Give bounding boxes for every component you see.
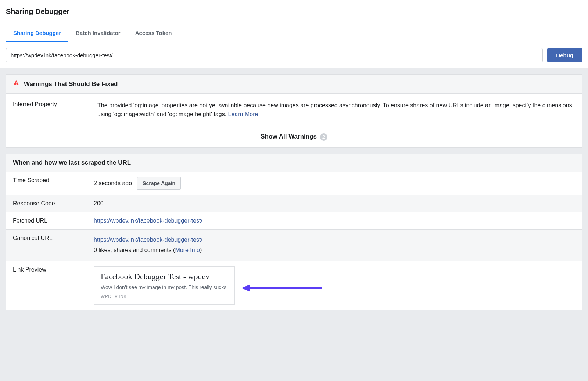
canonical-url-link[interactable]: https://wpdev.ink/facebook-debugger-test… bbox=[94, 237, 202, 243]
preview-domain: WPDEV.INK bbox=[101, 294, 228, 299]
debug-button[interactable]: Debug bbox=[547, 48, 582, 62]
show-all-label: Show All Warnings bbox=[261, 133, 317, 140]
warnings-header: Warnings That Should Be Fixed bbox=[24, 80, 118, 88]
url-input[interactable] bbox=[6, 48, 543, 62]
time-scraped-value: 2 seconds ago bbox=[94, 180, 132, 187]
canonical-url-label: Canonical URL bbox=[6, 230, 87, 261]
canonical-stats-prefix: 0 likes, shares and comments ( bbox=[94, 247, 175, 253]
svg-rect-1 bbox=[16, 84, 17, 85]
scrape-card: When and how we last scraped the URL Tim… bbox=[6, 154, 582, 310]
warning-icon bbox=[13, 80, 19, 88]
warning-body-text: The provided 'og:image' properties are n… bbox=[97, 102, 572, 117]
scrape-again-button[interactable]: Scrape Again bbox=[137, 177, 181, 190]
tab-access-token[interactable]: Access Token bbox=[128, 25, 179, 42]
warnings-card: Warnings That Should Be Fixed Inferred P… bbox=[6, 74, 582, 148]
preview-description: Wow I don't see my image in my post. Thi… bbox=[101, 284, 228, 290]
response-code-value: 200 bbox=[87, 195, 582, 212]
arrow-icon bbox=[241, 284, 322, 294]
more-info-link[interactable]: More Info bbox=[175, 247, 200, 253]
show-all-warnings[interactable]: Show All Warnings 2 bbox=[6, 126, 582, 147]
svg-marker-3 bbox=[241, 284, 250, 292]
fetched-url-label: Fetched URL bbox=[6, 212, 87, 229]
canonical-stats-suffix: ) bbox=[200, 247, 202, 253]
response-code-label: Response Code bbox=[6, 195, 87, 212]
preview-title: Facebook Debugger Test - wpdev bbox=[101, 272, 228, 281]
time-scraped-label: Time Scraped bbox=[6, 172, 87, 195]
page-title: Sharing Debugger bbox=[6, 7, 582, 16]
fetched-url-link[interactable]: https://wpdev.ink/facebook-debugger-test… bbox=[94, 218, 202, 224]
scrape-header: When and how we last scraped the URL bbox=[13, 159, 131, 166]
warning-text-inferred: The provided 'og:image' properties are n… bbox=[97, 101, 575, 119]
svg-rect-0 bbox=[16, 82, 17, 84]
tab-sharing-debugger[interactable]: Sharing Debugger bbox=[6, 25, 68, 42]
link-preview-label: Link Preview bbox=[6, 261, 87, 310]
link-preview-card: Facebook Debugger Test - wpdev Wow I don… bbox=[94, 266, 235, 305]
warnings-count-badge: 2 bbox=[320, 133, 327, 141]
tab-batch-invalidator[interactable]: Batch Invalidator bbox=[68, 25, 128, 42]
learn-more-link[interactable]: Learn More bbox=[228, 111, 258, 117]
tabs: Sharing Debugger Batch Invalidator Acces… bbox=[6, 25, 582, 42]
warning-label-inferred: Inferred Property bbox=[13, 101, 97, 119]
